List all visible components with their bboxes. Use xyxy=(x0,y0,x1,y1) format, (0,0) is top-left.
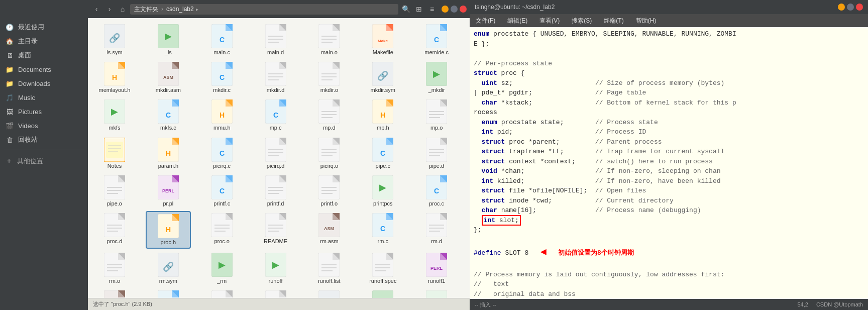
file-item[interactable]: mp.o xyxy=(414,97,459,133)
file-icon: C xyxy=(424,24,449,48)
file-item[interactable]: rm.d xyxy=(414,211,459,249)
file-item[interactable]: pipe.o xyxy=(92,173,137,209)
sidebar-item-music[interactable]: 🎵 Music xyxy=(0,90,88,105)
file-item[interactable]: pipe.d xyxy=(414,136,459,171)
file-item[interactable]: ▶ _ls xyxy=(146,22,191,58)
menu-button[interactable]: ≡ xyxy=(426,4,438,15)
file-item[interactable]: ASM rm.asm xyxy=(306,211,352,249)
view-toggle-button[interactable]: ⊞ xyxy=(413,4,424,15)
file-item[interactable]: ASM sh.asm xyxy=(92,288,137,298)
menu-item[interactable]: 编辑(E) xyxy=(505,16,529,26)
editor-maximize[interactable] xyxy=(847,4,854,11)
file-item[interactable]: sh.d xyxy=(199,288,245,298)
file-item[interactable]: printf.o xyxy=(306,173,352,209)
maximize-button[interactable] xyxy=(451,6,458,13)
editor-close[interactable] xyxy=(856,4,863,11)
sidebar-item-trash[interactable]: 🗑 回收站 xyxy=(0,133,88,147)
sidebar-items: 🕐 最近使用 🏠 主目录 🖥 桌面 📁 Documents 📁 Download… xyxy=(0,18,88,310)
home-icon: 🏠 xyxy=(5,37,14,46)
file-item[interactable]: C memide.c xyxy=(414,22,459,58)
file-item[interactable]: H mmu.h xyxy=(199,97,245,133)
menu-item[interactable]: 文件(F) xyxy=(474,16,497,26)
file-icon: 🔗 xyxy=(317,290,341,298)
path-current[interactable]: csdn_lab2 xyxy=(166,6,194,13)
search-button[interactable]: 🔍 xyxy=(400,4,411,15)
file-item[interactable]: Notes xyxy=(92,136,137,171)
file-item[interactable]: picirq.o xyxy=(306,136,352,171)
fm-statusbar: 选中了 "proc.h" (2.9 KB) xyxy=(88,298,470,310)
file-item[interactable]: ▶ show1 xyxy=(414,288,459,298)
sidebar-item-downloads[interactable]: 📁 Downloads xyxy=(0,76,88,90)
documents-icon: 📁 xyxy=(5,65,14,74)
file-item[interactable]: 🔗 sh.sym xyxy=(306,288,352,298)
file-item[interactable]: 🔗 mkdir.sym xyxy=(360,60,405,95)
sidebar-item-other[interactable]: ＋ 其他位置 xyxy=(0,153,88,169)
file-item[interactable]: mp.d xyxy=(306,97,352,133)
file-item[interactable]: proc.d xyxy=(92,211,137,249)
file-item[interactable]: C mkdir.c xyxy=(199,60,245,95)
file-item[interactable]: ▶ mkfs xyxy=(92,97,137,133)
editor-minimize[interactable] xyxy=(838,4,845,11)
back-button[interactable]: ‹ xyxy=(91,4,102,15)
file-item[interactable]: main.d xyxy=(253,22,298,58)
file-item[interactable]: 🔗 ls.sym xyxy=(92,22,137,58)
sidebar-item-recent[interactable]: 🕐 最近使用 xyxy=(0,20,88,34)
file-item[interactable]: C proc.c xyxy=(414,173,459,209)
file-icon: C xyxy=(210,24,234,48)
file-item[interactable]: ASM mkdir.asm xyxy=(146,60,191,95)
file-item[interactable]: ▶ _rm xyxy=(199,251,245,286)
file-item[interactable]: ▶ _mkdir xyxy=(414,60,459,95)
path-breadcrumb[interactable]: 主文件夹 › csdn_lab2 ▸ xyxy=(130,4,398,15)
file-item[interactable]: H mp.h xyxy=(360,97,405,133)
file-item[interactable]: proc.o xyxy=(199,211,245,249)
file-item[interactable]: picirq.d xyxy=(253,136,298,171)
minimize-button[interactable] xyxy=(442,6,449,13)
file-icon xyxy=(317,99,341,124)
file-item[interactable]: mkdir.d xyxy=(253,60,298,95)
file-item[interactable]: sh.o xyxy=(253,288,298,298)
file-item[interactable]: C main.c xyxy=(199,22,245,58)
sidebar-item-desktop[interactable]: 🖥 桌面 xyxy=(0,48,88,62)
file-item[interactable]: rm.o xyxy=(92,251,137,286)
sidebar-item-home[interactable]: 🏠 主目录 xyxy=(0,34,88,48)
file-item[interactable]: 🔗 rm.sym xyxy=(146,251,191,286)
menu-item[interactable]: 搜索(S) xyxy=(570,16,594,26)
file-item[interactable]: C mkfs.c xyxy=(146,97,191,133)
sidebar-item-documents[interactable]: 📁 Documents xyxy=(0,62,88,76)
file-item[interactable]: PERL runoff1 xyxy=(414,251,459,286)
file-item[interactable]: README xyxy=(253,211,298,249)
forward-button[interactable]: › xyxy=(104,4,115,15)
file-item[interactable]: C printf.c xyxy=(199,173,245,209)
file-name: main.c xyxy=(214,49,230,56)
menu-item[interactable]: 查看(V) xyxy=(537,16,562,26)
path-expand-arrow[interactable]: ▸ xyxy=(196,7,198,12)
close-button[interactable] xyxy=(460,6,467,13)
sidebar-label-desktop: 桌面 xyxy=(18,51,31,60)
file-item[interactable]: C picirq.c xyxy=(199,136,245,171)
file-item[interactable]: ▶ runoff xyxy=(253,251,298,286)
file-item[interactable]: C rm.c xyxy=(360,211,405,249)
file-item[interactable]: C sh.c xyxy=(146,288,191,298)
file-item[interactable]: main.o xyxy=(306,22,352,58)
file-item[interactable]: runoff.list xyxy=(306,251,352,286)
file-item[interactable]: ▶ printpcs xyxy=(360,173,405,209)
file-item[interactable]: runoff.spec xyxy=(360,251,405,286)
file-item[interactable]: Make Makefile xyxy=(360,22,405,58)
file-item[interactable]: ▶ _sh xyxy=(360,288,405,298)
file-item[interactable]: mkdir.o xyxy=(306,60,352,95)
editor-content[interactable]: enum procstate { UNUSED, EMBRYO, SLEEPIN… xyxy=(470,27,868,299)
file-item[interactable]: printf.d xyxy=(253,173,298,209)
path-home[interactable]: 主文件夹 xyxy=(134,5,158,14)
sidebar-item-pictures[interactable]: 🖼 Pictures xyxy=(0,105,88,119)
file-item[interactable]: H param.h xyxy=(146,136,191,171)
file-item[interactable]: PERL pr.pl xyxy=(146,173,191,209)
up-button[interactable]: ⌂ xyxy=(117,4,128,15)
file-item[interactable]: H proc.h xyxy=(146,211,191,249)
menu-item[interactable]: 帮助(H) xyxy=(634,16,659,26)
file-item[interactable]: H memlayout.h xyxy=(92,60,137,95)
file-item[interactable]: C mp.c xyxy=(253,97,298,133)
file-item[interactable]: C pipe.c xyxy=(360,136,405,171)
file-name: mkdir.c xyxy=(213,87,231,93)
sidebar-item-videos[interactable]: 🎬 Videos xyxy=(0,119,88,133)
menu-item[interactable]: 终端(T) xyxy=(602,16,625,26)
